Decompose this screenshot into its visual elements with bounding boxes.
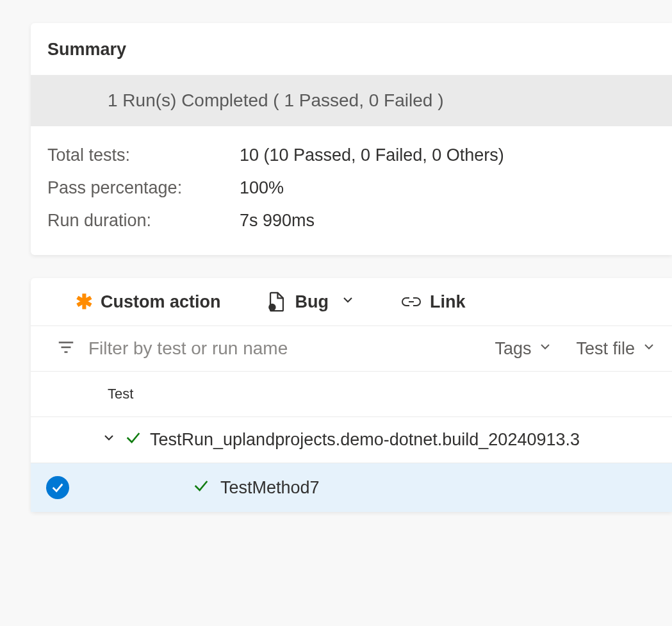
- custom-action-label: Custom action: [101, 292, 221, 312]
- bug-button[interactable]: ! Bug: [266, 291, 356, 313]
- stat-value: 100%: [240, 178, 284, 198]
- test-run-name: TestRun_uplandprojects.demo-dotnet.build…: [150, 430, 580, 450]
- check-icon: [124, 429, 142, 451]
- bug-label: Bug: [295, 292, 329, 312]
- test-file-dropdown[interactable]: Test file: [571, 339, 662, 359]
- link-icon: [400, 295, 422, 308]
- chevron-down-icon[interactable]: [101, 430, 117, 450]
- chevron-down-icon: [340, 292, 356, 312]
- link-button[interactable]: Link: [400, 292, 466, 312]
- stat-run-duration: Run duration: 7s 990ms: [47, 204, 655, 237]
- summary-title: Summary: [31, 23, 672, 75]
- link-label: Link: [430, 292, 466, 312]
- svg-text:!: !: [271, 304, 273, 311]
- test-run-row[interactable]: TestRun_uplandprojects.demo-dotnet.build…: [31, 417, 672, 463]
- chevron-down-icon: [537, 339, 553, 359]
- stat-total-tests: Total tests: 10 (10 Passed, 0 Failed, 0 …: [47, 139, 655, 172]
- summary-card: Summary 1 Run(s) Completed ( 1 Passed, 0…: [31, 23, 672, 255]
- tests-panel: ✱ Custom action ! Bug: [31, 278, 672, 512]
- filter-bar: Tags Test file: [31, 326, 672, 372]
- summary-stats: Total tests: 10 (10 Passed, 0 Failed, 0 …: [31, 126, 672, 255]
- chevron-down-icon: [641, 339, 657, 359]
- stat-pass-percentage: Pass percentage: 100%: [47, 172, 655, 204]
- tags-dropdown[interactable]: Tags: [489, 339, 558, 359]
- test-name: TestMethod7: [220, 478, 320, 498]
- stat-label: Run duration:: [47, 211, 240, 231]
- asterisk-icon: ✱: [76, 292, 93, 312]
- filter-input[interactable]: [88, 338, 477, 359]
- tags-label: Tags: [495, 339, 531, 359]
- filter-icon: [56, 338, 76, 359]
- checked-circle-icon[interactable]: [46, 476, 69, 499]
- custom-action-button[interactable]: ✱ Custom action: [76, 292, 221, 312]
- stat-value: 7s 990ms: [240, 211, 315, 231]
- stat-label: Total tests:: [47, 145, 240, 165]
- column-header-test[interactable]: Test: [31, 372, 672, 417]
- toolbar: ✱ Custom action ! Bug: [31, 278, 672, 326]
- test-file-label: Test file: [576, 339, 635, 359]
- stat-value: 10 (10 Passed, 0 Failed, 0 Others): [240, 145, 504, 165]
- test-row-selected[interactable]: TestMethod7: [31, 463, 672, 512]
- check-icon: [192, 477, 210, 499]
- runs-completed-banner: 1 Run(s) Completed ( 1 Passed, 0 Failed …: [31, 75, 672, 126]
- bug-file-icon: !: [266, 291, 288, 313]
- stat-label: Pass percentage:: [47, 178, 240, 198]
